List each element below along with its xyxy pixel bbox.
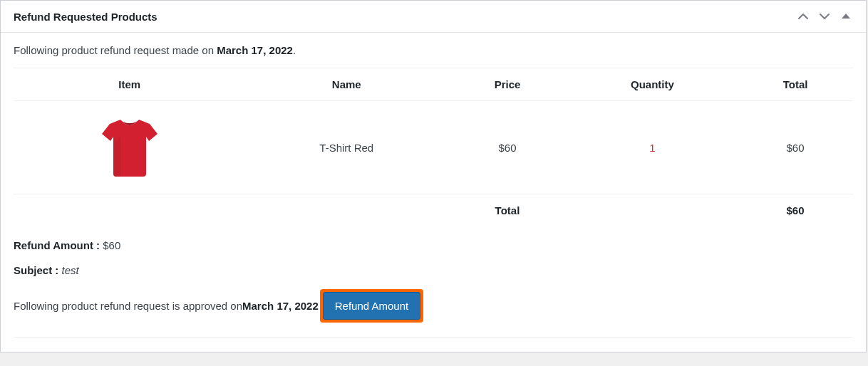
- col-price: Price: [448, 68, 567, 101]
- table-footer-row: Total $60: [14, 194, 853, 227]
- subject-line: Subject : test: [14, 264, 853, 276]
- refund-items-table: Item Name Price Quantity Total: [14, 68, 853, 226]
- refund-panel: Refund Requested Products Following prod…: [0, 0, 867, 352]
- table-row: T-Shirt Red $60 1 $60: [14, 101, 853, 194]
- cell-name: T-Shirt Red: [245, 101, 448, 194]
- footer-total-label: Total: [448, 194, 567, 227]
- panel-title: Refund Requested Products: [14, 11, 157, 23]
- cell-quantity: 1: [567, 101, 738, 194]
- refund-amount-label: Refund Amount :: [14, 239, 103, 251]
- toggle-panel-icon[interactable]: [839, 9, 853, 23]
- col-name: Name: [245, 68, 448, 101]
- panel-body: Following product refund request made on…: [1, 33, 866, 352]
- cell-item: [14, 101, 245, 194]
- panel-header: Refund Requested Products: [1, 1, 866, 33]
- intro-suffix: .: [293, 44, 296, 56]
- approval-prefix: Following product refund request is appr…: [14, 300, 242, 312]
- intro-text: Following product refund request made on…: [14, 44, 853, 56]
- col-item: Item: [14, 68, 245, 101]
- refund-amount-line: Refund Amount : $60: [14, 239, 853, 251]
- refund-amount-button[interactable]: Refund Amount: [323, 292, 420, 320]
- move-up-icon[interactable]: [796, 9, 810, 23]
- approval-row: Following product refund request is appr…: [14, 289, 853, 338]
- subject-label: Subject :: [14, 264, 62, 276]
- col-total: Total: [738, 68, 853, 101]
- table-header-row: Item Name Price Quantity Total: [14, 68, 853, 101]
- panel-controls: [796, 9, 853, 23]
- intro-date: March 17, 2022: [217, 44, 293, 56]
- product-thumbnail: [98, 115, 162, 179]
- col-quantity: Quantity: [567, 68, 738, 101]
- cell-price: $60: [448, 101, 567, 194]
- intro-prefix: Following product refund request made on: [14, 44, 217, 56]
- approval-date: March 17, 2022: [242, 300, 319, 312]
- refund-amount-value: $60: [103, 239, 120, 251]
- move-down-icon[interactable]: [817, 9, 832, 23]
- refund-button-highlight: Refund Amount: [320, 289, 423, 323]
- subject-value: test: [62, 264, 79, 276]
- footer-total-value: $60: [738, 194, 853, 227]
- cell-total: $60: [738, 101, 853, 194]
